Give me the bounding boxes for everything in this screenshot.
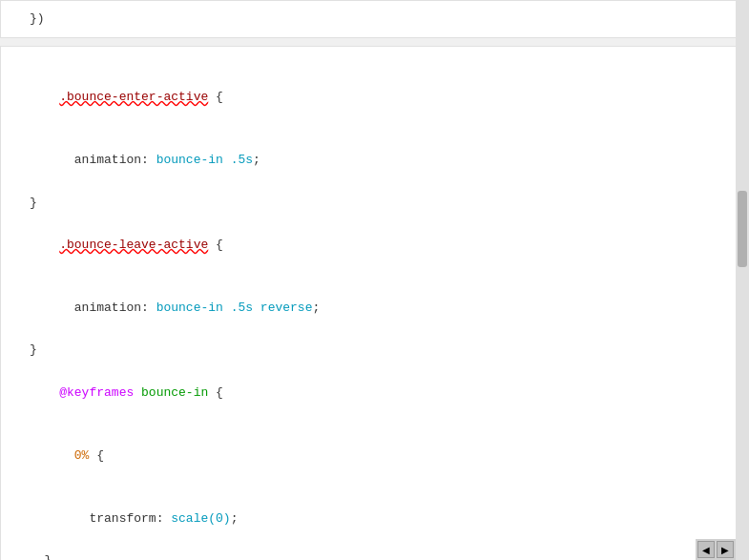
- animation-value-2: bounce-in .5s reverse: [156, 301, 313, 315]
- pct0-brace: {: [89, 448, 104, 463]
- animation-property-2: animation:: [59, 301, 156, 315]
- pct0-close-line: }: [30, 550, 719, 560]
- code-block: .bounce-enter-active { animation: bounce…: [0, 46, 749, 560]
- pct0-percent: 0%: [59, 448, 89, 463]
- at-keyframes: @keyframes: [59, 385, 134, 400]
- animation-value-1: bounce-in .5s: [156, 153, 253, 167]
- semicolon-2: ;: [312, 301, 320, 315]
- scrollbar-thumb[interactable]: [738, 191, 747, 267]
- bounce-enter-animation-line: animation: bounce-in .5s;: [30, 129, 719, 192]
- keyframes-brace: {: [208, 385, 223, 400]
- pct0-transform-line: transform: scale(0);: [30, 487, 719, 550]
- bounce-enter-close-line: }: [30, 193, 719, 214]
- transform-value-1: scale(0): [171, 511, 230, 526]
- bounce-leave-close-line: }: [30, 340, 719, 361]
- top-code-snippet: }): [0, 0, 749, 38]
- top-closing-brace: }): [30, 9, 719, 30]
- scrollbar[interactable]: [736, 0, 749, 560]
- pct0-line: 0% {: [30, 425, 719, 487]
- keyframes-name: bounce-in: [141, 385, 208, 400]
- nav-prev-button[interactable]: ◀: [697, 541, 715, 558]
- keyframes-line: @keyframes bounce-in {: [30, 361, 719, 424]
- bounce-enter-selector: .bounce-enter-active: [59, 90, 208, 104]
- transform-property-1: transform:: [59, 511, 171, 526]
- bounce-enter-selector-line: .bounce-enter-active {: [30, 66, 719, 129]
- bounce-leave-selector: .bounce-leave-active: [59, 238, 208, 252]
- keyframes-space: [134, 385, 141, 400]
- bounce-leave-selector-line: .bounce-leave-active {: [30, 214, 719, 277]
- semicolon-3: ;: [231, 511, 239, 526]
- animation-property-1: animation:: [59, 153, 156, 167]
- bounce-leave-brace-open: {: [208, 238, 223, 252]
- nav-next-button[interactable]: ▶: [717, 541, 734, 558]
- bounce-enter-brace-open: {: [208, 90, 223, 104]
- semicolon-1: ;: [253, 153, 260, 167]
- bounce-leave-animation-line: animation: bounce-in .5s reverse;: [30, 277, 719, 340]
- bottom-nav-controls: ◀ ▶: [696, 539, 736, 560]
